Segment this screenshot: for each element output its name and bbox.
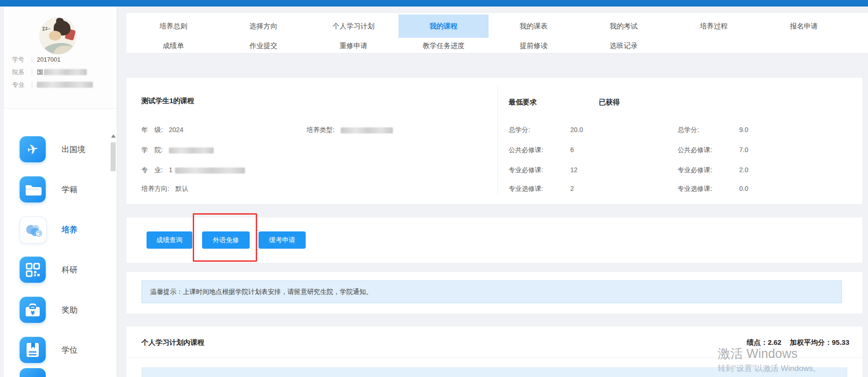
- sidebar-item-label: 出国境: [62, 144, 85, 155]
- min-major-required-row: 专业必修课:12: [509, 166, 578, 175]
- got-major-elective-row: 专业选修课:0.0: [678, 185, 748, 193]
- tab-early-study[interactable]: 提前修读: [489, 39, 579, 52]
- course-info-panel: 测试学生1的课程 年 级: 2024 培养类型: 学 院: 专 业: 1 培养方…: [126, 78, 862, 204]
- field-cultivation-type: 培养类型:: [307, 126, 393, 134]
- sidebar-item-label: 学位: [62, 345, 77, 356]
- sidebar-item-scholarship[interactable]: ¥ 奖助: [4, 290, 117, 330]
- redacted-text-block: [44, 69, 87, 75]
- avatar-zz-text: Zz..: [42, 24, 51, 32]
- score-query-button[interactable]: 成绩查询: [147, 231, 192, 249]
- avatar-face: [49, 31, 61, 41]
- table-header-bar: [141, 367, 847, 377]
- foreign-language-exemption-button[interactable]: 外语免修: [202, 231, 250, 249]
- field-college: 学 院:: [141, 146, 214, 154]
- redacted-text-block: [175, 168, 245, 174]
- vertical-divider: [497, 86, 498, 195]
- field-cultivation-direction: 培养方向: 默认: [141, 185, 189, 193]
- tab-my-timetable[interactable]: 我的课表: [489, 14, 579, 38]
- tab-homework-submit[interactable]: 作业提交: [218, 39, 308, 52]
- user-id-value: 2017001: [37, 56, 61, 63]
- sidebar-item-student-status[interactable]: 学籍: [4, 169, 117, 209]
- gpa-value: 2.62: [768, 338, 781, 346]
- got-total-credits-row: 总学分:9.0: [678, 126, 748, 134]
- tab-teaching-task-progress[interactable]: 教学任务进度: [399, 39, 489, 52]
- scroll-up-arrow-icon[interactable]: [111, 134, 116, 138]
- tab-retake-apply[interactable]: 重修申请: [308, 39, 399, 52]
- redacted-text-block: [341, 127, 393, 133]
- actions-panel: 成绩查询 外语免修 缓考申请: [126, 217, 862, 263]
- divider: [126, 357, 862, 358]
- course-panel-title: 测试学生1的课程: [141, 97, 194, 105]
- tab-row-2: 成绩单 作业提交 重修申请 教学任务进度 提前修读 选班记录: [128, 39, 669, 52]
- sidebar-item-label: 培养: [62, 224, 77, 235]
- weighted-avg-label: 加权平均分：: [790, 338, 832, 346]
- plan-section-title: 个人学习计划内课程: [141, 338, 204, 347]
- deferred-exam-apply-button[interactable]: 缓考申请: [259, 231, 306, 249]
- min-requirement-header: 最低要求: [509, 98, 537, 107]
- sidebar-item-abroad[interactable]: ✈ 出国境: [4, 129, 117, 169]
- tab-personal-study-plan[interactable]: 个人学习计划: [308, 14, 399, 38]
- user-major-label: 专业: [12, 81, 28, 89]
- redacted-text-block: [37, 82, 93, 88]
- folder-icon: [20, 176, 46, 202]
- divider: [32, 82, 32, 88]
- field-major: 专 业: 1: [141, 166, 245, 175]
- min-public-required-row: 公共必修课:6: [509, 146, 574, 154]
- min-total-credits-row: 总学分:20.0: [509, 126, 583, 134]
- got-major-required-row: 专业必修课:2.0: [678, 166, 748, 175]
- scrollbar-thumb[interactable]: [111, 142, 116, 171]
- weighted-avg-value: 95.33: [832, 338, 849, 346]
- book-icon: [20, 337, 46, 363]
- tabbar: 培养总则 选择方向 个人学习计划 我的课程 我的课表 我的考试 培养过程 报名申…: [126, 13, 868, 54]
- topbar: [0, 0, 868, 7]
- got-public-required-row: 公共必修课:7.0: [678, 146, 748, 154]
- sidebar-item-cultivation[interactable]: 培养: [4, 209, 117, 250]
- tab-row-1: 培养总则 选择方向 个人学习计划 我的课程 我的课表 我的考试 培养过程 报名申…: [128, 14, 849, 38]
- tab-cultivation-process[interactable]: 培养过程: [669, 14, 759, 38]
- avatar[interactable]: Zz..: [40, 18, 76, 54]
- svg-text:¥: ¥: [30, 309, 35, 316]
- tab-registration-apply[interactable]: 报名申请: [759, 14, 849, 38]
- user-department-row: 院系 国: [12, 66, 112, 78]
- tab-transcript[interactable]: 成绩单: [128, 39, 218, 52]
- tab-choose-direction[interactable]: 选择方向: [218, 14, 308, 38]
- notice-panel: 温馨提示：上课时间地点根据学院计划表安排，请留意研究生院，学院通知。: [126, 272, 862, 314]
- min-major-elective-row: 专业选修课:2: [509, 185, 574, 193]
- gpa-summary: 绩点：2.62加权平均分：95.33: [747, 338, 849, 347]
- redacted-text-block: [169, 147, 214, 154]
- qrcode-icon: [20, 257, 46, 283]
- sidebar: Zz.. 学号 2017001 院系 国 专业 ✈ 出国境: [4, 7, 117, 377]
- tab-cultivation-rules[interactable]: 培养总则: [128, 14, 218, 38]
- sidebar-item-degree[interactable]: 学位: [4, 330, 117, 370]
- notice-bar: 温馨提示：上课时间地点根据学院计划表安排，请留意研究生院，学院通知。: [141, 280, 842, 303]
- user-department-label: 院系: [12, 68, 28, 77]
- user-department-value: 国: [37, 68, 43, 77]
- sidebar-item-label: 学籍: [62, 184, 77, 195]
- user-major-row: 专业: [12, 78, 112, 91]
- page: Zz.. 学号 2017001 院系 国 专业 ✈ 出国境: [0, 0, 868, 377]
- user-id-row: 学号 2017001: [12, 53, 112, 66]
- tab-class-selection-record[interactable]: 选班记录: [579, 39, 669, 52]
- divider: [32, 56, 32, 63]
- divider: [32, 69, 32, 75]
- plan-courses-panel: 个人学习计划内课程 绩点：2.62加权平均分：95.33: [126, 327, 862, 377]
- cloud-icon: [20, 216, 47, 244]
- obtained-header: 已获得: [599, 98, 620, 107]
- sidebar-item-label: 科研: [62, 265, 77, 275]
- sidebar-item-partial-icon[interactable]: [20, 368, 46, 377]
- airplane-icon: ✈: [20, 136, 46, 162]
- user-info: 学号 2017001 院系 国 专业: [12, 53, 112, 91]
- field-grade: 年 级: 2024: [141, 126, 183, 134]
- notice-text: 温馨提示：上课时间地点根据学院计划表安排，请留意研究生院，学院通知。: [150, 288, 372, 296]
- tab-my-exams[interactable]: 我的考试: [579, 14, 669, 38]
- briefcase-yen-icon: ¥: [20, 297, 46, 323]
- tab-my-courses[interactable]: 我的课程: [399, 14, 489, 38]
- gpa-label: 绩点：: [747, 338, 768, 346]
- sidebar-item-label: 奖助: [62, 305, 77, 315]
- sidebar-item-research[interactable]: 科研: [4, 250, 117, 290]
- user-id-label: 学号: [12, 56, 28, 64]
